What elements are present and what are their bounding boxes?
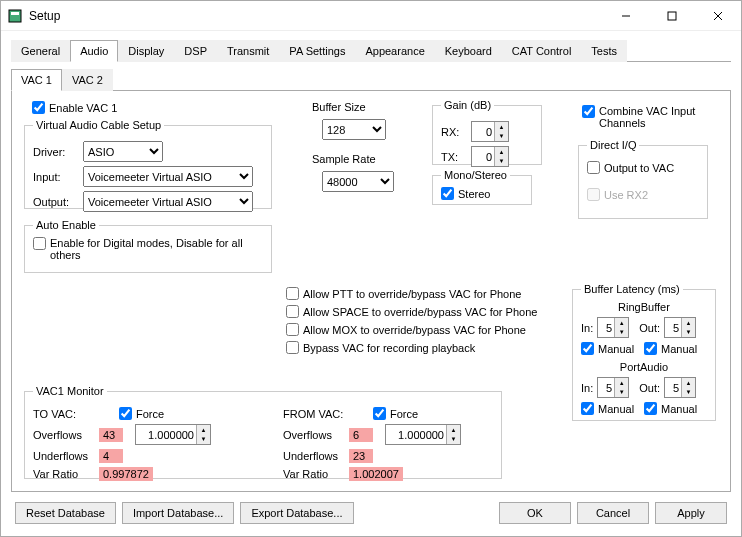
cancel-button[interactable]: Cancel <box>577 502 649 524</box>
tab-dsp[interactable]: DSP <box>174 40 217 62</box>
to-var-ratio-value: 0.997872 <box>99 467 153 481</box>
port-out-manual-checkbox[interactable]: Manual <box>644 402 697 415</box>
from-underflows-value: 23 <box>349 449 373 463</box>
tab-cat-control[interactable]: CAT Control <box>502 40 582 62</box>
port-in-spinner[interactable]: ▲▼ <box>597 377 629 398</box>
svg-rect-1 <box>11 12 19 15</box>
subtab-vac-2[interactable]: VAC 2 <box>62 69 113 91</box>
tab-keyboard[interactable]: Keyboard <box>435 40 502 62</box>
tab-pane: Enable VAC 1 Virtual Audio Cable Setup D… <box>11 91 731 492</box>
tab-general[interactable]: General <box>11 40 70 62</box>
to-vac-value-spinner[interactable]: ▲▼ <box>135 424 211 445</box>
input-select[interactable]: Voicemeeter Virtual ASIO <box>83 166 253 187</box>
tab-display[interactable]: Display <box>118 40 174 62</box>
driver-select[interactable]: ASIO <box>83 141 163 162</box>
use-rx2-checkbox: Use RX2 <box>587 188 699 201</box>
buffer-latency-group: Buffer Latency (ms) RingBuffer In: ▲▼ Ou… <box>572 283 716 421</box>
close-button[interactable] <box>695 1 741 30</box>
auto-enable-checkbox[interactable]: Enable for Digital modes, Disable for al… <box>33 237 263 261</box>
output-to-vac-checkbox[interactable]: Output to VAC <box>587 161 699 174</box>
export-database-button[interactable]: Export Database... <box>240 502 353 524</box>
auto-enable-group: Auto Enable Enable for Digital modes, Di… <box>24 219 272 273</box>
to-vac-force-checkbox[interactable]: Force <box>119 407 164 420</box>
setup-window: Setup GeneralAudioDisplayDSPTransmitPA S… <box>0 0 742 537</box>
allow-ptt-checkbox[interactable]: Allow PTT to override/bypass VAC for Pho… <box>286 287 537 300</box>
ring-out-manual-checkbox[interactable]: Manual <box>644 342 697 355</box>
app-icon <box>7 8 23 24</box>
output-select[interactable]: Voicemeeter Virtual ASIO <box>83 191 253 212</box>
direct-iq-group: Direct I/Q Output to VAC Use RX2 <box>578 139 708 219</box>
from-var-ratio-value: 1.002007 <box>349 467 403 481</box>
tab-transmit[interactable]: Transmit <box>217 40 279 62</box>
from-overflows-value: 6 <box>349 428 373 442</box>
enable-vac1-checkbox[interactable]: Enable VAC 1 <box>32 101 117 114</box>
allow-mox-checkbox[interactable]: Allow MOX to override/bypass VAC for Pho… <box>286 323 537 336</box>
window-title: Setup <box>29 9 603 23</box>
title-bar: Setup <box>1 1 741 31</box>
svg-rect-3 <box>668 12 676 20</box>
port-out-spinner[interactable]: ▲▼ <box>664 377 696 398</box>
ring-in-spinner[interactable]: ▲▼ <box>597 317 629 338</box>
sample-rate-select[interactable]: 48000 <box>322 171 394 192</box>
virtual-cable-group: Virtual Audio Cable Setup Driver: ASIO I… <box>24 119 272 209</box>
vac1-monitor-group: VAC1 Monitor TO VAC: Force Overflows 43 … <box>24 385 502 479</box>
import-database-button[interactable]: Import Database... <box>122 502 235 524</box>
svg-rect-0 <box>9 10 21 22</box>
from-vac-force-checkbox[interactable]: Force <box>373 407 418 420</box>
maximize-button[interactable] <box>649 1 695 30</box>
allow-space-checkbox[interactable]: Allow SPACE to override/bypass VAC for P… <box>286 305 537 318</box>
bypass-vac-checkbox[interactable]: Bypass VAC for recording playback <box>286 341 537 354</box>
sample-rate-label: Sample Rate <box>312 153 376 165</box>
ok-button[interactable]: OK <box>499 502 571 524</box>
mono-stereo-group: Mono/Stereo Stereo <box>432 169 532 205</box>
buffer-size-select[interactable]: 128 <box>322 119 386 140</box>
main-tabs: GeneralAudioDisplayDSPTransmitPA Setting… <box>11 39 731 62</box>
to-overflows-value: 43 <box>99 428 123 442</box>
ring-in-manual-checkbox[interactable]: Manual <box>581 342 634 355</box>
gain-tx-spinner[interactable]: ▲▼ <box>471 146 509 167</box>
combine-vac-checkbox[interactable]: Combine VAC Input Channels <box>582 105 699 129</box>
port-in-manual-checkbox[interactable]: Manual <box>581 402 634 415</box>
to-underflows-value: 4 <box>99 449 123 463</box>
ring-out-spinner[interactable]: ▲▼ <box>664 317 696 338</box>
minimize-button[interactable] <box>603 1 649 30</box>
buffer-size-label: Buffer Size <box>312 101 366 113</box>
tab-appearance[interactable]: Appearance <box>355 40 434 62</box>
subtab-vac-1[interactable]: VAC 1 <box>11 69 62 91</box>
footer-buttons: Reset Database Import Database... Export… <box>11 492 731 528</box>
gain-group: Gain (dB) RX: ▲▼ TX: ▲▼ <box>432 99 542 165</box>
apply-button[interactable]: Apply <box>655 502 727 524</box>
tab-pa-settings[interactable]: PA Settings <box>279 40 355 62</box>
tab-tests[interactable]: Tests <box>581 40 627 62</box>
gain-rx-spinner[interactable]: ▲▼ <box>471 121 509 142</box>
stereo-checkbox[interactable]: Stereo <box>441 187 523 200</box>
sub-tabs: VAC 1VAC 2 <box>11 68 731 91</box>
from-vac-value-spinner[interactable]: ▲▼ <box>385 424 461 445</box>
tab-audio[interactable]: Audio <box>70 40 118 62</box>
reset-database-button[interactable]: Reset Database <box>15 502 116 524</box>
